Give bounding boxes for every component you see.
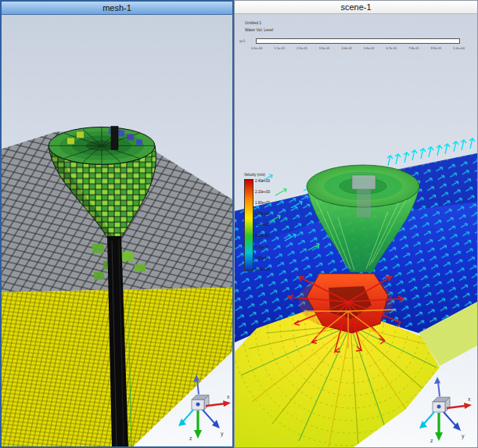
scene-viewport[interactable]: x y z Untitled 1 Water Vol. Level (m³) 0… bbox=[235, 14, 477, 447]
triad-label-x: x bbox=[227, 394, 230, 400]
colorbar-label: 9.00e-01 bbox=[255, 234, 270, 238]
mesh-render: x y z bbox=[2, 15, 232, 446]
tick-label: 2.2e-01 bbox=[297, 46, 307, 50]
colorbar-gradient bbox=[244, 179, 253, 271]
colorbar-title: Velocity (m/s) bbox=[244, 173, 282, 177]
colorbar-legend: Velocity (m/s) 2.40e+00 2.10e+00 1.80e+0… bbox=[244, 173, 282, 271]
colorbar-label: 6.00e-01 bbox=[255, 246, 270, 249]
colorbar-label: 2.40e+00 bbox=[255, 179, 270, 183]
tick-label: 6.7e-01 bbox=[386, 46, 397, 50]
colorbar-label: 1.50e+00 bbox=[255, 212, 270, 216]
top-legend-bar bbox=[256, 38, 460, 44]
cone-inner-structure bbox=[352, 175, 376, 189]
triad-label-y: y bbox=[221, 431, 224, 437]
triad-label-x: x bbox=[468, 396, 471, 402]
top-legend-unit: (m³) bbox=[239, 39, 245, 43]
colorbar-label: 2.10e+00 bbox=[255, 190, 270, 194]
tick-label: 7.8e-01 bbox=[408, 46, 419, 50]
scene-annotation-line1: Untitled 1 bbox=[245, 20, 273, 27]
titlebar-mesh[interactable]: mesh-1 bbox=[2, 2, 232, 15]
tick-label: 5.6e-01 bbox=[364, 46, 375, 50]
window-mesh-1[interactable]: mesh-1 bbox=[0, 0, 234, 448]
tick-label: 4.4e-01 bbox=[341, 46, 352, 50]
tick-label: 1.0e+00 bbox=[453, 46, 465, 50]
titlebar-scene[interactable]: scene-1 bbox=[235, 1, 477, 14]
window-title-mesh: mesh-1 bbox=[102, 3, 131, 13]
tick-label: 1.1e-01 bbox=[275, 46, 286, 50]
triad-label-y: y bbox=[462, 433, 465, 439]
center-rod-top bbox=[111, 126, 118, 149]
colorbar-label: 3.00e-01 bbox=[255, 256, 270, 260]
colorbar-label: 1.80e+00 bbox=[255, 201, 270, 205]
colorbar-label: 1.20e+00 bbox=[255, 223, 270, 227]
mesh-viewport[interactable]: x y z bbox=[2, 15, 232, 446]
tick-label: 3.3e-01 bbox=[319, 46, 330, 50]
triad-label-z: z bbox=[189, 435, 192, 441]
tick-label: 0.0e+00 bbox=[251, 46, 263, 50]
scene-annotation-line2: Water Vol. Level bbox=[245, 27, 273, 34]
triad-label-z: z bbox=[430, 438, 433, 443]
window-title-scene: scene-1 bbox=[340, 2, 371, 12]
scene-annotation: Untitled 1 Water Vol. Level bbox=[245, 20, 273, 33]
colorbar-labels: 2.40e+00 2.10e+00 1.80e+00 1.50e+00 1.20… bbox=[255, 179, 270, 271]
colorbar-label: 0.00e+00 bbox=[255, 267, 270, 271]
tick-label: 8.9e-01 bbox=[431, 46, 442, 50]
window-scene-1[interactable]: scene-1 bbox=[234, 0, 478, 448]
top-legend-ticks: 0.0e+00 1.1e-01 2.2e-01 3.3e-01 4.4e-01 … bbox=[251, 46, 465, 50]
